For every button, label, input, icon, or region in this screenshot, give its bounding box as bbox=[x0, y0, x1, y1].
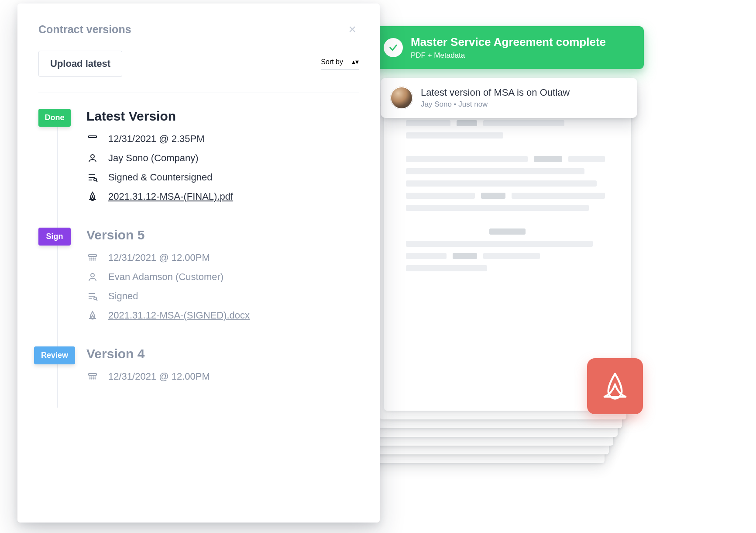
banner-title: Master Service Agreement complete bbox=[411, 35, 606, 49]
version-title: Latest Version bbox=[86, 109, 359, 124]
version-file-link[interactable]: 2021.31.12-MSA-(SIGNED).docx bbox=[108, 310, 250, 321]
svg-rect-15 bbox=[89, 255, 96, 256]
document-placeholder-lines bbox=[406, 120, 609, 271]
svg-point-17 bbox=[91, 258, 92, 258]
person-icon bbox=[86, 153, 99, 163]
calendar-icon bbox=[86, 371, 99, 382]
svg-point-34 bbox=[95, 377, 95, 377]
check-icon bbox=[384, 38, 403, 57]
notification-card[interactable]: Latest version of MSA is on Outlaw Jay S… bbox=[381, 78, 637, 118]
status-pill-sign: Sign bbox=[38, 228, 71, 246]
sort-by-dropdown[interactable]: Sort by ▴▾ bbox=[321, 58, 359, 70]
calendar-icon bbox=[86, 134, 99, 144]
contract-versions-panel: Contract versions × Upload latest Sort b… bbox=[17, 3, 380, 523]
svg-line-14 bbox=[96, 180, 97, 182]
panel-title: Contract versions bbox=[38, 23, 131, 36]
svg-point-13 bbox=[94, 178, 96, 181]
svg-rect-30 bbox=[89, 374, 96, 375]
version-date: 12/31/2021 @ 2.35PM bbox=[108, 133, 204, 145]
divider bbox=[38, 93, 359, 93]
svg-point-36 bbox=[91, 378, 92, 379]
svg-point-37 bbox=[93, 378, 93, 379]
version-person: Jay Sono (Company) bbox=[108, 152, 199, 164]
svg-point-19 bbox=[95, 258, 95, 258]
completion-banner: Master Service Agreement complete PDF + … bbox=[373, 26, 644, 69]
status-icon bbox=[86, 172, 99, 183]
svg-line-29 bbox=[96, 299, 97, 301]
version-item: Sign Version 5 12/31/2021 @ 12.00PM Evan… bbox=[77, 228, 359, 346]
version-status: Signed & Countersigned bbox=[108, 172, 213, 183]
svg-point-24 bbox=[91, 273, 94, 277]
notification-meta: Jay Sono • Just now bbox=[421, 100, 570, 109]
svg-point-38 bbox=[95, 378, 95, 379]
calendar-icon bbox=[86, 253, 99, 263]
notification-title: Latest version of MSA is on Outlaw bbox=[421, 87, 570, 98]
svg-point-35 bbox=[89, 378, 90, 379]
svg-point-23 bbox=[95, 260, 95, 260]
svg-point-28 bbox=[94, 297, 96, 300]
version-item: Review Version 4 12/31/2021 @ 12.00PM bbox=[77, 346, 359, 408]
svg-point-21 bbox=[91, 260, 92, 260]
svg-point-16 bbox=[89, 258, 90, 258]
sort-by-label: Sort by bbox=[321, 58, 343, 66]
banner-subtitle: PDF + Metadata bbox=[411, 51, 606, 60]
document-stack bbox=[358, 96, 629, 472]
svg-point-33 bbox=[93, 377, 93, 377]
status-pill-review: Review bbox=[34, 346, 75, 364]
upload-latest-button[interactable]: Upload latest bbox=[38, 51, 122, 77]
status-icon bbox=[86, 291, 99, 301]
avatar bbox=[390, 87, 413, 109]
document-preview bbox=[384, 96, 631, 411]
svg-point-20 bbox=[89, 260, 90, 260]
pdf-badge bbox=[587, 358, 643, 414]
svg-point-32 bbox=[91, 377, 92, 377]
svg-point-9 bbox=[91, 155, 94, 158]
version-person: Evan Adamson (Customer) bbox=[108, 271, 223, 283]
version-title: Version 4 bbox=[86, 346, 359, 361]
notification-time: Just now bbox=[458, 100, 488, 108]
version-title: Version 5 bbox=[86, 228, 359, 242]
svg-rect-0 bbox=[89, 136, 96, 138]
svg-point-31 bbox=[89, 377, 90, 377]
status-pill-done: Done bbox=[38, 109, 71, 127]
svg-point-18 bbox=[93, 258, 93, 258]
version-file-link[interactable]: 2021.31.12-MSA-(FINAL).pdf bbox=[108, 191, 233, 202]
svg-point-22 bbox=[93, 260, 93, 260]
notification-author: Jay Sono bbox=[421, 100, 452, 108]
version-date: 12/31/2021 @ 12.00PM bbox=[108, 252, 210, 263]
file-icon bbox=[86, 310, 99, 321]
file-icon bbox=[86, 191, 99, 202]
version-status: Signed bbox=[108, 291, 138, 302]
version-date: 12/31/2021 @ 12.00PM bbox=[108, 371, 210, 382]
close-icon[interactable]: × bbox=[346, 21, 359, 38]
sort-chevrons-icon: ▴▾ bbox=[352, 58, 359, 66]
pdf-icon bbox=[600, 371, 630, 401]
version-item: Done Latest Version 12/31/2021 @ 2.35PM … bbox=[77, 109, 359, 228]
person-icon bbox=[86, 272, 99, 282]
